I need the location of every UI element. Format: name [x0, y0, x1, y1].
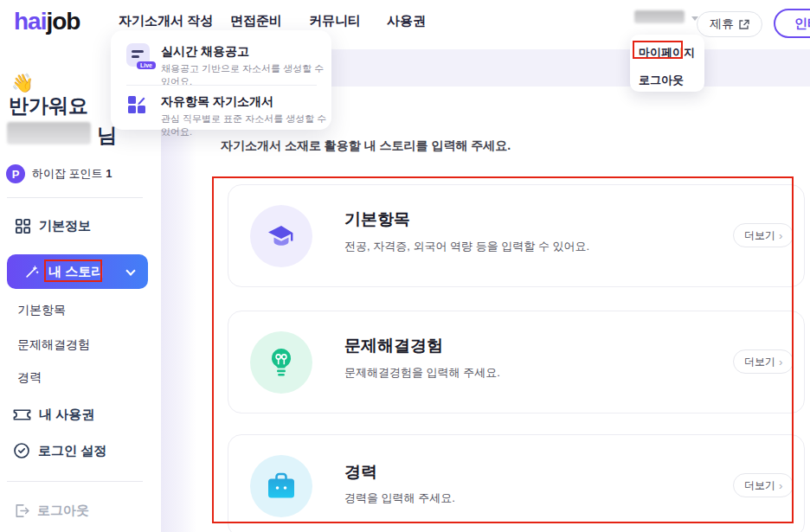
chevron-right-icon: › — [779, 356, 782, 369]
nav-community[interactable]: 커뮤니티 — [309, 13, 361, 29]
menu-item-logout-top[interactable]: 로그아웃 — [639, 73, 684, 88]
card-icon-circle — [250, 205, 312, 267]
sidebar-item-label: 내 사용권 — [39, 407, 94, 423]
sidebar-item-my-story[interactable]: 내 스토리 — [7, 254, 148, 289]
dropdown-item-live-posting[interactable]: 실시간 채용공고 — [161, 44, 249, 60]
sidebar-item-label: 기본정보 — [39, 218, 91, 234]
menu-item-mypage[interactable]: 마이페이지 — [639, 45, 695, 61]
dropdown-divider — [126, 85, 317, 86]
dropdown-item-free-form[interactable]: 자유항목 자기소개서 — [161, 94, 273, 110]
sidebar-item-my-license[interactable]: 내 사용권 — [13, 407, 94, 423]
more-label: 더보기 — [744, 355, 775, 369]
haijob-mypage-screen: { "header": { "logo_hai": "hai", "logo_j… — [0, 0, 810, 532]
free-form-resume-icon — [126, 93, 147, 114]
haijob-logo[interactable]: haijob — [14, 8, 80, 35]
live-badge: Live — [137, 61, 156, 69]
sidebar-subitem-problem-solving[interactable]: 문제해결경험 — [17, 337, 90, 353]
logo-hai: hai — [14, 8, 46, 35]
point-badge-icon: P — [6, 164, 25, 183]
more-button-basic-items[interactable]: 더보기› — [733, 223, 794, 247]
sidebar-subitem-basic-items[interactable]: 기본항목 — [17, 303, 66, 318]
sidebar-item-label: 로그인 설정 — [38, 443, 106, 459]
card-title: 기본항목 — [344, 208, 410, 231]
resume-writing-dropdown: Live 실시간 채용공고 채용공고 기반으로 자소서를 생성할 수 있어요. … — [111, 30, 331, 130]
card-icon-circle — [250, 331, 312, 394]
card-desc: 문제해결경험을 입력해 주세요. — [344, 365, 500, 381]
sidebar-item-login-settings[interactable]: 로그인 설정 — [13, 442, 106, 459]
my-story-intro-text: 자기소개서 소재로 활용할 내 스토리를 입력해 주세요. — [221, 138, 511, 154]
logo-job: job — [46, 8, 80, 35]
sidebar-divider — [7, 197, 143, 198]
card-desc: 경력을 입력해 주세요. — [344, 490, 455, 506]
lightbulb-icon — [265, 345, 298, 380]
sidebar-item-label: 로그아웃 — [37, 503, 89, 519]
user-name-blurred — [7, 122, 91, 144]
chevron-right-icon: › — [779, 229, 782, 242]
graduation-cap-icon — [264, 219, 299, 253]
more-label: 더보기 — [744, 478, 775, 493]
card-desc: 전공, 자격증, 외국어 역량 등을 입력할 수 있어요. — [344, 239, 589, 254]
interview-button[interactable]: 인터뷰 — [774, 9, 810, 38]
logout-icon — [13, 503, 29, 519]
username-blurred[interactable] — [634, 10, 685, 23]
interview-label: 인터뷰 — [794, 16, 810, 32]
card-title: 경력 — [344, 461, 377, 484]
partner-label: 제휴 — [710, 16, 734, 32]
sidebar-item-basic-info[interactable]: 기본정보 — [15, 218, 91, 234]
greeting-text: 반가워요 — [9, 93, 88, 119]
nav-license[interactable]: 사용권 — [387, 13, 426, 29]
sidebar-item-label: 내 스토리 — [48, 264, 104, 280]
live-job-posting-icon: Live — [126, 43, 150, 67]
sidebar-item-logout[interactable]: 로그아웃 — [13, 503, 89, 519]
grid-icon — [15, 218, 31, 234]
points-row: P 하이잡 포인트 1 — [6, 164, 112, 183]
nav-interview-prep[interactable]: 면접준비 — [230, 13, 282, 29]
more-label: 더보기 — [744, 228, 775, 243]
magic-wand-icon — [24, 264, 40, 279]
nav-resume-writing[interactable]: 자기소개서 작성 — [119, 13, 213, 29]
more-button-career[interactable]: 더보기› — [733, 473, 794, 497]
card-basic-items[interactable]: 기본항목 전공, 자격증, 외국어 역량 등을 입력할 수 있어요. 더보기› — [228, 184, 805, 287]
sidebar-subitem-career[interactable]: 경력 — [17, 370, 42, 386]
more-button-problem-solving[interactable]: 더보기› — [733, 349, 794, 374]
sidebar-edge-gradient — [161, 87, 196, 532]
shield-check-icon — [13, 442, 30, 459]
user-menu-dropdown: 마이페이지 로그아웃 — [630, 35, 704, 92]
briefcase-icon — [264, 471, 299, 502]
chevron-right-icon: › — [779, 479, 782, 492]
card-icon-circle — [250, 455, 312, 517]
points-label: 하이잡 포인트 1 — [32, 166, 112, 182]
external-link-icon — [738, 19, 749, 30]
dropdown-item-free-form-desc: 관심 직무별로 표준 자소서를 생성할 수 있어요. — [161, 112, 331, 138]
sidebar-divider — [7, 481, 143, 482]
wave-emoji: 👋 — [11, 73, 34, 93]
card-problem-solving[interactable]: 문제해결경험 문제해결경험을 입력해 주세요. 더보기› — [228, 311, 805, 413]
points-value: 1 — [106, 167, 112, 180]
card-title: 문제해결경험 — [344, 335, 443, 357]
chevron-down-icon — [125, 266, 135, 275]
ticket-icon — [13, 407, 31, 422]
card-career[interactable]: 경력 경력을 입력해 주세요. 더보기› — [228, 434, 805, 532]
partner-button[interactable]: 제휴 — [697, 11, 762, 37]
